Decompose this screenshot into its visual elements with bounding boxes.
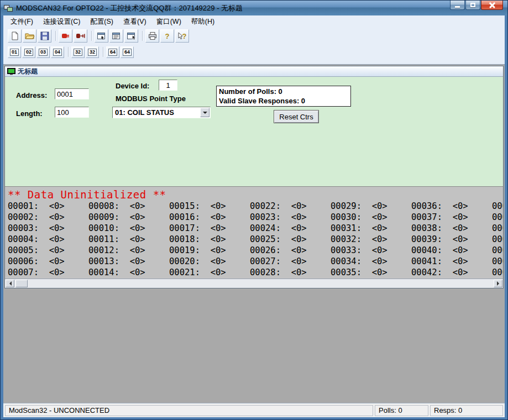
menu-window[interactable]: 窗口(W) — [151, 16, 186, 28]
data-cell: 00009: <0> — [88, 212, 169, 223]
maximize-button[interactable] — [465, 1, 480, 10]
chevron-down-icon — [203, 112, 207, 116]
data-cell: 00002: <0> — [8, 212, 88, 223]
message-traffic-button[interactable] — [109, 29, 123, 43]
menu-connection[interactable]: 连接设置(C) — [38, 16, 85, 28]
point-type-holding-register-button[interactable]: 03 — [36, 46, 50, 58]
data-cell: 00030: <0> — [331, 212, 411, 223]
address-label: Address: — [16, 91, 47, 99]
data-cell: 00011: <0> — [88, 234, 169, 245]
connect-button[interactable] — [59, 29, 72, 43]
document-window: 无标题 Device Id: Address: MODBUS Point Typ… — [4, 66, 504, 288]
data-cell: 00015: <0> — [169, 201, 250, 212]
data-cell: 00021: <0> — [169, 267, 250, 278]
menu-view[interactable]: 查看(V) — [118, 16, 151, 28]
data-cell: 00033: <0> — [331, 245, 411, 256]
data-cell: 00047: <0> — [492, 245, 503, 256]
menubar: 文件(F) 连接设置(C) 配置(S) 查看(V) 窗口(W) 帮助(H) — [3, 15, 505, 28]
caption-buttons — [449, 1, 503, 10]
display-64bit-button[interactable]: 64 — [106, 46, 119, 58]
toolbar-separator — [139, 29, 145, 43]
display-64bit-swapped-button[interactable]: 64 — [121, 46, 134, 58]
device-id-input[interactable] — [159, 80, 177, 91]
data-cell: 00031: <0> — [331, 223, 411, 234]
polls-counter: Number of Polls: 0 — [219, 87, 348, 96]
about-button[interactable]: ? — [160, 29, 174, 43]
display-32bit-swapped-button[interactable]: 32 — [86, 46, 99, 58]
data-cell: 00039: <0> — [411, 234, 492, 245]
data-cell: 00024: <0> — [250, 223, 331, 234]
titlebar[interactable]: MODSCAN32 For OPTO22 - 工控技术交流QQ群：2071492… — [1, 1, 507, 15]
point-type-selected-value: 01: COIL STATUS — [115, 108, 174, 117]
scan-settings-panel: Device Id: Address: MODBUS Point Type Le… — [5, 77, 503, 186]
data-cell: 00013: <0> — [88, 256, 169, 267]
data-definition-window-icon — [97, 32, 107, 40]
scroll-left-button[interactable] — [6, 280, 14, 287]
valid-responses-counter: Valid Slave Responses: 0 — [219, 96, 348, 106]
toolbar-separator — [65, 45, 71, 59]
data-cell: 00049: <0> — [492, 267, 503, 278]
data-cell: 00018: <0> — [169, 234, 250, 245]
main-toolbar: ? ? — [3, 28, 505, 44]
connection-status: ModScan32 - UNCONNECTED — [5, 405, 373, 416]
horizontal-scrollbar[interactable] — [5, 279, 503, 288]
display-32bit-button[interactable]: 32 — [71, 46, 85, 58]
minimize-button[interactable] — [450, 1, 465, 10]
data-definition-button[interactable] — [95, 29, 108, 43]
length-input[interactable] — [55, 107, 89, 118]
data-cell: 00026: <0> — [250, 245, 331, 256]
disconnect-button[interactable] — [74, 29, 87, 43]
statusbar: ModScan32 - UNCONNECTED Polls: 0 Resps: … — [3, 403, 505, 417]
scroll-right-button[interactable] — [494, 280, 502, 287]
data-cell: 00010: <0> — [88, 223, 169, 234]
reset-counters-button[interactable]: Reset Ctrs — [274, 110, 319, 123]
point-type-select[interactable]: 01: COIL STATUS — [112, 107, 211, 118]
capture-display-button[interactable] — [124, 29, 138, 43]
toolbar-separator — [100, 45, 106, 59]
mdi-client-area: 无标题 Device Id: Address: MODBUS Point Typ… — [3, 64, 505, 403]
data-cell: 00035: <0> — [331, 267, 411, 278]
point-type-toolbar: 01 02 03 04 32 32 64 64 — [3, 44, 505, 60]
app-icon — [4, 4, 13, 12]
menu-help[interactable]: 帮助(H) — [186, 16, 219, 28]
point-type-input-status-button[interactable]: 02 — [22, 46, 35, 58]
context-help-icon — [178, 32, 182, 40]
data-cell: 00025: <0> — [250, 234, 331, 245]
data-row: 00004: <0>00011: <0>00018: <0>00025: <0>… — [8, 234, 503, 245]
address-input[interactable] — [55, 88, 89, 99]
close-button[interactable] — [481, 1, 503, 10]
combo-dropdown-button[interactable] — [200, 108, 210, 117]
data-cell: 00017: <0> — [169, 223, 250, 234]
data-row: 00005: <0>00012: <0>00019: <0>00026: <0>… — [8, 245, 503, 256]
save-file-button[interactable] — [38, 29, 51, 43]
context-help-button[interactable]: ? — [175, 29, 189, 43]
data-cell: 00038: <0> — [411, 223, 492, 234]
data-cell: 00007: <0> — [8, 267, 88, 278]
data-cell: 00034: <0> — [331, 256, 411, 267]
point-type-input-register-button[interactable]: 04 — [51, 46, 64, 58]
document-titlebar[interactable]: 无标题 — [5, 66, 503, 77]
print-button[interactable] — [145, 29, 159, 43]
new-file-button[interactable] — [8, 29, 22, 43]
toolbar-separator — [88, 29, 95, 43]
disconnect-icon — [76, 32, 86, 40]
data-cell: 00028: <0> — [250, 267, 331, 278]
data-cell: 00019: <0> — [169, 245, 250, 256]
menu-file[interactable]: 文件(F) — [6, 16, 38, 28]
data-grid: 00001: <0>00008: <0>00015: <0>00022: <0>… — [8, 201, 503, 278]
menu-setup[interactable]: 配置(S) — [85, 16, 118, 28]
data-cell: 00037: <0> — [411, 212, 492, 223]
data-row: 00001: <0>00008: <0>00015: <0>00022: <0>… — [8, 201, 503, 212]
data-cell: 00001: <0> — [8, 201, 88, 212]
data-cell: 00048: <0> — [492, 256, 503, 267]
toolbar-separator — [53, 29, 59, 43]
data-cell: 00020: <0> — [169, 256, 250, 267]
data-cell: 00043: <0> — [492, 201, 503, 212]
data-row: 00003: <0>00010: <0>00017: <0>00024: <0>… — [8, 223, 503, 234]
document-icon — [7, 68, 15, 75]
data-display-area: ** Data Uninitialized ** 00001: <0>00008… — [5, 186, 503, 279]
point-type-coil-status-button[interactable]: 01 — [8, 46, 21, 58]
data-cell: 00005: <0> — [8, 245, 88, 256]
open-file-button[interactable] — [23, 29, 36, 43]
scrollbar-thumb[interactable] — [15, 280, 28, 287]
